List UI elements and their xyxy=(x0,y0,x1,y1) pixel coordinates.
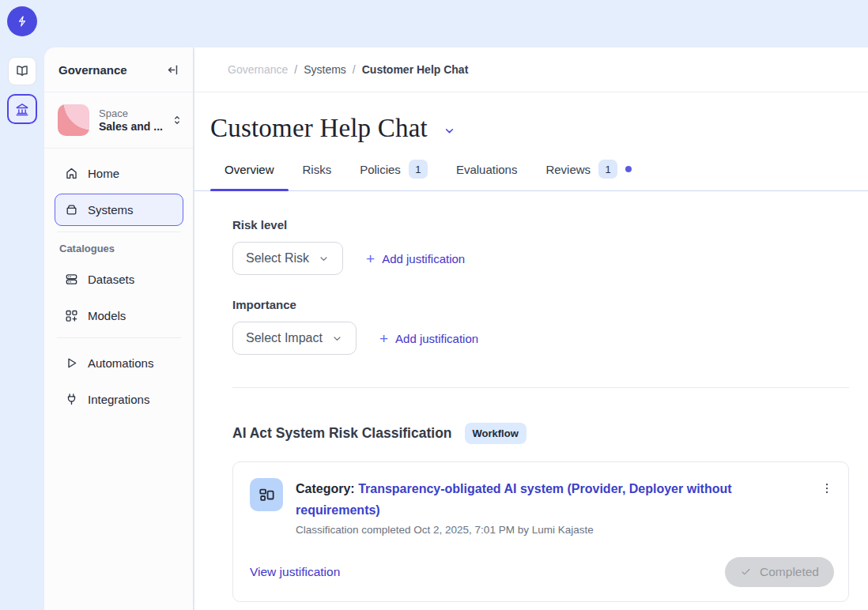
tab-overview[interactable]: Overview xyxy=(210,158,289,190)
sidebar-item-integrations[interactable]: Integrations xyxy=(55,383,183,416)
collapse-sidebar-icon xyxy=(166,62,181,77)
breadcrumb-governance: Governance xyxy=(228,63,288,76)
page-header: Customer Help Chat xyxy=(194,92,868,143)
tab-label: Policies xyxy=(360,163,401,176)
category-prefix: Category: xyxy=(296,482,355,495)
tab-evaluations[interactable]: Evaluations xyxy=(442,158,532,190)
add-justification-label: Add justification xyxy=(382,252,465,265)
space-type-label: Space xyxy=(99,107,161,121)
category-icon xyxy=(250,478,283,511)
tab-risks[interactable]: Risks xyxy=(289,158,346,190)
sidebar-item-label: Integrations xyxy=(88,393,149,406)
sidebar-item-home[interactable]: Home xyxy=(55,157,183,190)
importance-select[interactable]: Select Impact xyxy=(232,322,357,355)
title-chevron-down-icon[interactable] xyxy=(443,124,456,137)
breadcrumb: Governance / Systems / Customer Help Cha… xyxy=(194,47,868,92)
models-grid-plus-icon xyxy=(64,308,79,323)
plus-icon: + xyxy=(366,251,375,266)
sidebar-title: Governance xyxy=(58,63,127,77)
workflow-badge: Workflow xyxy=(465,423,526,444)
catalogues-section-label: Catalogues xyxy=(55,241,183,263)
sidebar-item-systems[interactable]: Systems xyxy=(55,194,183,226)
space-switcher[interactable]: Space Sales and ... xyxy=(44,92,193,149)
squiggle-logo-icon xyxy=(14,13,30,29)
completed-status-button[interactable]: Completed xyxy=(725,557,834,587)
breadcrumb-separator: / xyxy=(294,63,297,76)
sidebar-item-label: Home xyxy=(88,167,119,180)
tab-policies[interactable]: Policies 1 xyxy=(345,158,442,190)
icon-rail xyxy=(0,47,44,610)
sidebar-item-label: Models xyxy=(88,309,126,322)
select-value: Select Risk xyxy=(246,251,309,265)
governance-rail-button[interactable] xyxy=(7,94,37,124)
classification-section-title: AI Act System Risk Classification xyxy=(232,425,452,442)
app-root: Governance Space Sales and ... xyxy=(0,0,868,610)
tab-label: Evaluations xyxy=(456,163,518,176)
main-panel: Governance / Systems / Customer Help Cha… xyxy=(194,47,868,610)
card-menu-button[interactable] xyxy=(820,480,834,497)
book-open-icon xyxy=(14,63,30,79)
risk-level-select[interactable]: Select Risk xyxy=(232,242,343,275)
kebab-menu-icon xyxy=(820,480,834,497)
chevron-down-icon xyxy=(318,253,330,265)
view-justification-link[interactable]: View justification xyxy=(250,565,340,579)
reviews-notification-dot xyxy=(625,166,632,172)
add-risk-justification-link[interactable]: + Add justification xyxy=(366,251,465,266)
classification-meta: Classification completed Oct 2, 2025, 7:… xyxy=(296,524,807,536)
sidebar-header: Governance xyxy=(44,47,193,92)
completed-label: Completed xyxy=(760,565,819,579)
importance-label: Importance xyxy=(232,298,849,311)
tab-label: Risks xyxy=(303,163,332,176)
bank-landmark-icon xyxy=(14,101,30,117)
plus-icon: + xyxy=(379,331,388,346)
tab-reviews[interactable]: Reviews 1 xyxy=(531,158,646,190)
space-meta: Space Sales and ... xyxy=(99,107,161,134)
reviews-count-badge: 1 xyxy=(598,160,617,179)
sidebar-item-automations[interactable]: Automations xyxy=(55,347,183,379)
classification-card: Category: Transparency-obligated AI syst… xyxy=(232,461,849,602)
add-importance-justification-link[interactable]: + Add justification xyxy=(379,331,478,346)
chevron-down-icon xyxy=(331,333,343,345)
space-name: Sales and ... xyxy=(99,120,161,133)
sidebar-item-label: Datasets xyxy=(88,273,134,286)
plug-icon xyxy=(64,392,79,407)
home-icon xyxy=(64,166,79,181)
sidebar-item-label: Automations xyxy=(88,356,153,370)
play-icon xyxy=(64,356,79,371)
tab-label: Overview xyxy=(225,163,274,176)
sidebar-divider xyxy=(57,337,181,338)
datasets-server-icon xyxy=(64,272,79,287)
breadcrumb-systems[interactable]: Systems xyxy=(304,63,346,76)
breadcrumb-current: Customer Help Chat xyxy=(362,63,469,76)
page-title: Customer Help Chat xyxy=(210,114,428,143)
chevrons-up-down-icon xyxy=(171,114,183,126)
sidebar-divider xyxy=(57,232,181,232)
sidebar-item-label: Systems xyxy=(88,203,134,217)
check-icon xyxy=(740,566,752,578)
overview-content: Risk level Select Risk + Add justificati… xyxy=(194,191,868,602)
add-justification-label: Add justification xyxy=(395,332,478,345)
sidebar-nav: Home Systems Catalogues xyxy=(44,149,193,416)
breadcrumb-separator: / xyxy=(353,63,356,76)
policies-count-badge: 1 xyxy=(409,160,428,179)
space-avatar xyxy=(58,104,89,136)
systems-box-icon xyxy=(64,202,79,217)
tab-label: Reviews xyxy=(545,163,591,176)
risk-level-label: Risk level xyxy=(232,218,849,232)
category-result-link[interactable]: Transparency-obligated AI system (Provid… xyxy=(296,482,732,517)
app-logo-button[interactable] xyxy=(7,6,37,36)
section-divider xyxy=(232,387,849,388)
sidebar-item-datasets[interactable]: Datasets xyxy=(55,263,183,296)
sidebar-item-models[interactable]: Models xyxy=(55,299,183,332)
collapse-sidebar-button[interactable] xyxy=(166,62,181,77)
select-value: Select Impact xyxy=(246,331,323,345)
docs-rail-button[interactable] xyxy=(8,57,36,85)
governance-sidebar: Governance Space Sales and ... xyxy=(44,47,194,610)
tab-bar: Overview Risks Policies 1 Evaluations Re… xyxy=(194,158,868,191)
